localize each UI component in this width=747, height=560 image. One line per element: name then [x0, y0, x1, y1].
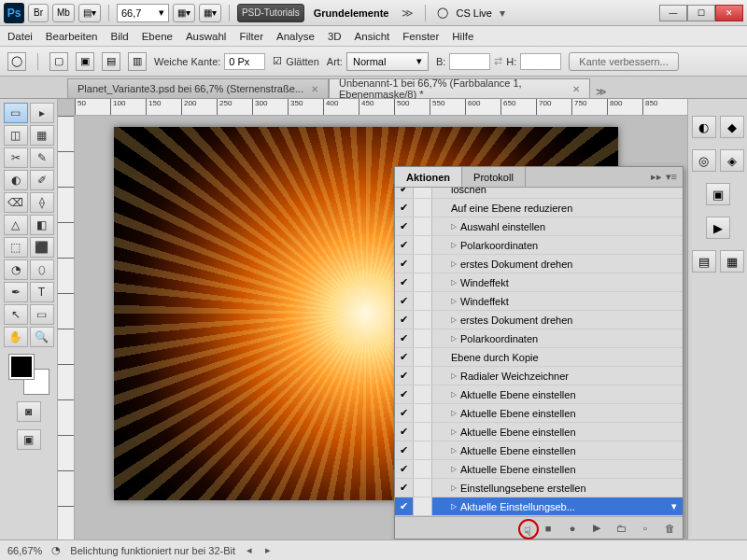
action-toggle-checkbox[interactable]: ✔ — [395, 292, 414, 310]
selection-subtract-icon[interactable]: ▤ — [102, 52, 120, 71]
tool-button[interactable]: ✒ — [4, 282, 28, 302]
status-prev-icon[interactable]: ◂ — [245, 544, 254, 556]
action-toggle-checkbox[interactable]: ✔ — [395, 311, 414, 329]
arrange-button[interactable]: ▦▾ — [199, 4, 221, 22]
action-row[interactable]: ✔Auf eine Ebene reduzieren — [395, 199, 683, 217]
refine-edge-button[interactable]: Kante verbessern... — [569, 52, 678, 71]
expand-icon[interactable]: ▷ — [451, 222, 457, 231]
tool-button[interactable]: ⌫ — [4, 192, 28, 213]
action-dialog-toggle[interactable] — [414, 188, 432, 198]
menu-3d[interactable]: 3D — [328, 31, 342, 42]
tool-button[interactable]: ⬛ — [30, 237, 54, 258]
char-panel-icon[interactable]: ▤ — [692, 250, 716, 273]
expand-icon[interactable]: ▷ — [451, 278, 457, 287]
selection-new-icon[interactable]: ▢ — [49, 52, 68, 71]
action-toggle-checkbox[interactable]: ✔ — [395, 217, 414, 235]
action-row[interactable]: ✔▷Aktuelle Ebene einstellen — [395, 441, 683, 460]
menu-ebene[interactable]: Ebene — [142, 31, 173, 42]
ruler-horizontal[interactable]: 5010015020025030035040045050055060065070… — [75, 99, 687, 116]
play-button[interactable]: ▶ — [589, 521, 604, 536]
action-row[interactable]: ✔▷Aktuelle Ebene einstellen — [395, 385, 683, 404]
menu-bild[interactable]: Bild — [110, 31, 128, 42]
action-dialog-toggle[interactable] — [414, 273, 432, 291]
action-row[interactable]: ✔▷Auswahl einstellen — [395, 217, 683, 236]
menu-analyse[interactable]: Analyse — [276, 31, 315, 42]
action-row[interactable]: ✔▷Aktuelle Ebene einstellen — [395, 404, 683, 423]
antialias-checkbox[interactable]: ☑ — [273, 55, 282, 67]
tab-aktionen[interactable]: Aktionen — [395, 167, 462, 187]
action-row[interactable]: ✔▷Radialer Weichzeichner — [395, 367, 683, 385]
action-dialog-toggle[interactable] — [414, 404, 432, 422]
para-panel-icon[interactable]: ▦ — [720, 250, 744, 273]
action-dialog-toggle[interactable] — [414, 460, 432, 478]
action-dialog-toggle[interactable] — [414, 292, 432, 310]
play-panel-icon[interactable]: ▶ — [706, 217, 730, 239]
status-zoom[interactable]: 66,67% — [7, 545, 42, 556]
action-dialog-toggle[interactable] — [414, 217, 432, 235]
close-button[interactable]: ✕ — [715, 5, 743, 21]
panel-collapse-icon[interactable]: ▸▸ — [651, 171, 662, 183]
action-dialog-toggle[interactable] — [414, 348, 432, 366]
panel-menu-icon[interactable]: ▾≡ — [666, 171, 677, 183]
psd-tutorials-button[interactable]: PSD-Tutorials — [237, 4, 304, 22]
record-button[interactable]: ● — [565, 521, 580, 536]
action-toggle-checkbox[interactable]: ✔ — [395, 199, 414, 217]
action-toggle-checkbox[interactable]: ✔ — [395, 236, 414, 254]
tool-button[interactable]: T — [30, 282, 54, 302]
foreground-color-swatch[interactable] — [9, 355, 34, 379]
expand-icon[interactable]: ▷ — [451, 409, 457, 417]
action-row[interactable]: ✔▷Polarkoordinaten — [395, 236, 683, 255]
status-next-icon[interactable]: ▸ — [263, 544, 273, 556]
expand-icon[interactable]: ▷ — [451, 297, 457, 305]
tool-button[interactable]: ◐ — [4, 170, 28, 190]
cslive-icon[interactable]: ◯ — [433, 7, 452, 19]
adjustments-panel-icon[interactable]: ◎ — [692, 149, 716, 172]
expand-icon[interactable]: ▷ — [451, 446, 457, 455]
menu-ansicht[interactable]: Ansicht — [355, 31, 390, 42]
tool-button[interactable]: ✎ — [30, 147, 54, 168]
color-panel-icon[interactable]: ◐ — [692, 116, 716, 138]
action-row[interactable]: ✔▷Aktuelle Ebene einstellen — [395, 460, 683, 479]
maximize-button[interactable]: ☐ — [687, 5, 715, 21]
tabs-overflow-icon[interactable]: ≫ — [590, 86, 613, 98]
minibridge-button[interactable]: Mb — [52, 4, 75, 22]
tool-button[interactable]: ✋ — [4, 327, 28, 347]
tool-button[interactable]: ▭ — [30, 304, 54, 325]
action-row[interactable]: ✔▷Windeffekt — [395, 292, 683, 311]
action-dialog-toggle[interactable] — [414, 236, 432, 254]
action-toggle-checkbox[interactable]: ✔ — [395, 255, 414, 273]
navigator-panel-icon[interactable]: ▣ — [706, 183, 730, 205]
menu-hilfe[interactable]: Hilfe — [452, 31, 473, 42]
expand-icon[interactable]: ▷ — [451, 502, 457, 511]
expand-icon[interactable]: ▷ — [451, 390, 457, 399]
document-tab[interactable]: Planet_Variante3.psd bei 66,7% (Sternens… — [67, 78, 329, 98]
tool-button[interactable]: ✂ — [4, 147, 28, 168]
action-dialog-toggle[interactable] — [414, 367, 432, 385]
action-toggle-checkbox[interactable]: ✔ — [395, 188, 414, 198]
tool-button[interactable]: ↖ — [4, 304, 28, 325]
action-row[interactable]: ✔▷Aktuelle Ebene einstellen — [395, 423, 683, 441]
cslive-label[interactable]: CS Live — [456, 7, 492, 19]
action-row[interactable]: ✔▷Einstellungsebene erstellen — [395, 479, 683, 497]
workspace-label[interactable]: Grundelemente — [308, 7, 395, 19]
expand-icon[interactable]: ▷ — [451, 427, 457, 436]
action-dialog-toggle[interactable] — [414, 441, 432, 459]
action-dialog-toggle[interactable] — [414, 497, 432, 515]
tool-button[interactable]: ◔ — [4, 259, 28, 280]
action-row[interactable]: ✔▷Polarkoordinaten — [395, 329, 683, 348]
action-toggle-checkbox[interactable]: ✔ — [395, 273, 414, 291]
tool-preset-icon[interactable]: ◯ — [7, 52, 26, 71]
menu-datei[interactable]: Datei — [7, 31, 33, 42]
expand-icon[interactable]: ▷ — [451, 259, 457, 268]
action-dialog-toggle[interactable] — [414, 385, 432, 403]
action-dialog-toggle[interactable] — [414, 255, 432, 273]
workspace-more-icon[interactable]: ≫ — [398, 7, 417, 20]
tool-button[interactable]: ⟠ — [30, 192, 54, 213]
view-extras-button[interactable]: ▦▾ — [173, 4, 195, 22]
action-dialog-toggle[interactable] — [414, 199, 432, 217]
tool-button[interactable]: ◫ — [4, 125, 28, 146]
close-tab-icon[interactable]: ✕ — [572, 84, 580, 94]
ruler-vertical[interactable] — [58, 116, 75, 539]
tool-button[interactable]: ▸ — [30, 103, 54, 123]
color-swatches[interactable] — [9, 355, 49, 394]
